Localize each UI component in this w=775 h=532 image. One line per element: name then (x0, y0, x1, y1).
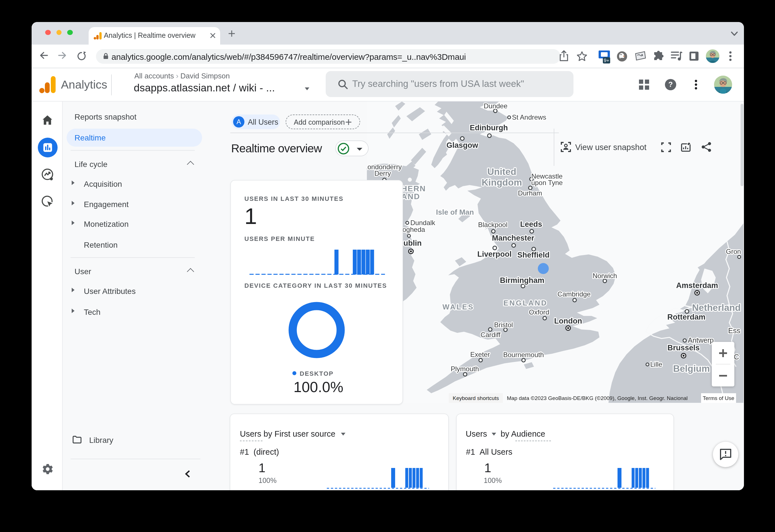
svg-text:ENGLAND: ENGLAND (504, 299, 548, 307)
svg-text:Kingdom: Kingdom (482, 177, 522, 188)
svg-text:Isle of Man: Isle of Man (436, 208, 474, 216)
svg-text:9+: 9+ (604, 58, 609, 63)
svg-text:AND: AND (401, 192, 420, 201)
svg-text:Rotterdam: Rotterdam (667, 313, 705, 321)
svg-text:London: London (554, 317, 582, 325)
svg-text:Dundalk: Dundalk (411, 219, 436, 227)
svg-text:Glasgow: Glasgow (447, 141, 479, 150)
svg-text:C: C (734, 353, 739, 361)
svg-text:Norwich: Norwich (593, 272, 617, 280)
svg-text:Dundee: Dundee (484, 102, 508, 110)
svg-text:Cardiff: Cardiff (481, 331, 501, 338)
svg-text:Derry: Derry (374, 170, 391, 177)
svg-text:Brussels: Brussels (668, 344, 700, 352)
svg-text:Belgium: Belgium (673, 363, 710, 374)
svg-text:Oxford: Oxford (529, 308, 549, 316)
svg-text:Edinburgh: Edinburgh (470, 124, 508, 132)
svg-text:upon Tyne: upon Tyne (531, 179, 563, 186)
svg-text:Antwerp: Antwerp (688, 336, 714, 344)
svg-text:HERN: HERN (401, 184, 426, 193)
svg-text:Bournemouth: Bournemouth (503, 351, 544, 359)
svg-text:St Andrews: St Andrews (512, 113, 546, 121)
svg-text:ogheda: ogheda (403, 226, 425, 233)
svg-text:Durham: Durham (518, 189, 542, 197)
svg-text:Cambridge: Cambridge (557, 290, 591, 298)
svg-text:Manchester: Manchester (492, 234, 535, 242)
svg-text:Sheffield: Sheffield (517, 251, 550, 259)
svg-text:Ess: Ess (728, 326, 740, 335)
svg-text:Netherland: Netherland (692, 302, 741, 313)
svg-text:Gron: Gron (726, 248, 741, 255)
svg-text:Bristol: Bristol (494, 321, 513, 329)
svg-text:Amsterdam: Amsterdam (676, 281, 718, 290)
svg-text:Blackpool: Blackpool (478, 221, 508, 228)
svg-text:Leeds: Leeds (520, 220, 542, 228)
svg-text:United: United (488, 166, 517, 177)
svg-text:Liverpool: Liverpool (477, 250, 512, 258)
svg-text:Exeter: Exeter (470, 351, 490, 358)
svg-text:WALES: WALES (443, 303, 474, 311)
svg-text:Plymouth: Plymouth (451, 365, 479, 373)
svg-text:Birmingham: Birmingham (500, 276, 545, 285)
svg-text:Lille: Lille (650, 360, 662, 368)
